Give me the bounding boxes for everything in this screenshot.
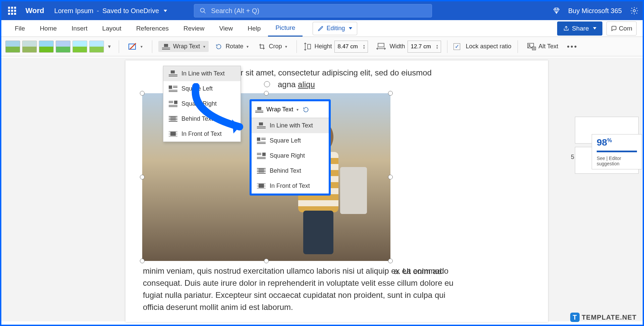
more-commands[interactable]: ••• xyxy=(567,42,578,51)
svg-point-2 xyxy=(633,10,636,12)
search-icon xyxy=(200,7,206,14)
floating-toolbar: Wrap Text ▾ xyxy=(252,101,329,118)
chevron-down-icon: ▾ xyxy=(285,44,287,49)
dropdown-item-front[interactable]: In Front of Text xyxy=(252,178,329,194)
resize-handle[interactable] xyxy=(388,259,393,263)
front-text-icon xyxy=(169,131,177,138)
height-input[interactable]: 8.47 cm ▴▾ xyxy=(334,41,368,53)
share-icon xyxy=(563,25,569,32)
wrap-text-button[interactable]: Wrap Text ▾ xyxy=(158,41,209,52)
tab-review[interactable]: Review xyxy=(176,20,212,37)
editing-mode-button[interactable]: Editing xyxy=(313,22,357,35)
tab-references[interactable]: References xyxy=(129,20,176,37)
style-thumb[interactable] xyxy=(56,41,70,53)
editor-suggestion-text: See | Editor suggestion xyxy=(597,156,637,166)
comment-icon xyxy=(611,25,617,32)
tab-insert[interactable]: Insert xyxy=(64,20,95,37)
style-thumb[interactable] xyxy=(39,41,54,53)
search-input[interactable]: Search (Alt + Q) xyxy=(194,4,432,17)
dropdown-item-square-right[interactable]: Square Right xyxy=(252,148,329,163)
wrap-text-button-float[interactable]: Wrap Text ▾ xyxy=(255,106,299,113)
spinner-icon[interactable]: ▴▾ xyxy=(363,44,365,49)
svg-rect-38 xyxy=(259,122,263,125)
svg-rect-4 xyxy=(164,44,168,47)
resize-handle[interactable] xyxy=(264,91,269,96)
dropdown-item-square-left[interactable]: Square Left xyxy=(163,81,240,96)
share-button[interactable]: Share xyxy=(557,21,602,36)
dropdown-item-behind[interactable]: Behind Text xyxy=(252,163,329,178)
wrap-text-callout: Wrap Text ▾ In Line with Text Square Lef… xyxy=(250,99,331,196)
alt-text-icon xyxy=(527,43,536,50)
chevron-down-icon xyxy=(349,27,352,30)
body-text: minim veniam, quis nostrud exercitation … xyxy=(143,265,458,313)
buy-link[interactable]: Buy Microsoft 365 xyxy=(568,7,622,15)
width-value: 12.7 cm xyxy=(411,43,431,50)
rotate-button[interactable]: Rotate ▾ xyxy=(211,41,252,52)
height-icon xyxy=(303,42,312,52)
svg-rect-7 xyxy=(308,44,311,49)
style-thumb[interactable] xyxy=(22,41,37,53)
rotate-handle[interactable] xyxy=(264,81,270,87)
resize-handle[interactable] xyxy=(388,91,393,96)
square-right-icon xyxy=(169,101,177,107)
tab-layout[interactable]: Layout xyxy=(95,20,129,37)
rotate-icon[interactable] xyxy=(302,106,310,113)
style-thumb[interactable] xyxy=(72,41,87,53)
dropdown-item-square-right[interactable]: Square Right xyxy=(163,96,240,111)
style-thumb[interactable] xyxy=(5,41,20,53)
front-text-icon xyxy=(257,183,266,189)
tab-home[interactable]: Home xyxy=(33,20,64,37)
height-label: Height xyxy=(314,43,332,50)
chevron-down-icon xyxy=(164,10,167,12)
app-launcher-icon[interactable] xyxy=(5,4,19,17)
document-title[interactable]: Lorem Ipsum - Saved to OneDrive xyxy=(54,7,167,15)
comments-button[interactable]: Com xyxy=(606,21,637,36)
wrap-text-label: Wrap Text xyxy=(266,106,293,113)
dropdown-item-front[interactable]: In Front of Text xyxy=(163,126,240,142)
wrap-text-dropdown-2: In Line with Text Square Left Square Rig… xyxy=(252,118,329,194)
spinner-icon[interactable]: ▴▾ xyxy=(436,44,438,49)
inline-icon xyxy=(169,70,177,77)
editing-label: Editing xyxy=(326,25,345,32)
lock-aspect-checkbox[interactable]: ✓ xyxy=(453,43,460,50)
svg-rect-11 xyxy=(532,47,536,50)
dropdown-item-behind[interactable]: Behind Text xyxy=(163,111,240,126)
resize-handle[interactable] xyxy=(264,259,269,263)
rotate-label: Rotate xyxy=(225,43,243,50)
width-input[interactable]: 12.7 cm ▴▾ xyxy=(408,41,441,53)
app-name: Word xyxy=(25,6,44,15)
width-icon xyxy=(375,43,387,51)
tab-file[interactable]: File xyxy=(7,20,33,37)
style-thumb[interactable] xyxy=(89,41,104,53)
resize-handle[interactable] xyxy=(140,175,145,179)
width-label: Width xyxy=(389,43,405,50)
svg-rect-35 xyxy=(257,107,261,110)
search-placeholder: Search (Alt + Q) xyxy=(211,7,259,15)
picture-border-button[interactable]: ▾ xyxy=(125,41,146,52)
square-left-icon xyxy=(169,86,177,92)
tab-view[interactable]: View xyxy=(212,20,240,37)
resize-handle[interactable] xyxy=(140,259,145,263)
picture-styles[interactable]: ▾ xyxy=(5,41,113,53)
alt-text-button[interactable]: Alt Text xyxy=(524,41,562,52)
styles-more[interactable]: ▾ xyxy=(106,43,113,50)
svg-rect-20 xyxy=(174,101,177,104)
side-panel: 98% See | Editor suggestion xyxy=(575,117,639,177)
behind-text-icon xyxy=(257,168,266,174)
ribbon-tabs: File Home Insert Layout References Revie… xyxy=(1,20,643,37)
tab-picture[interactable]: Picture xyxy=(268,20,303,37)
lock-aspect-label: Lock aspect ratio xyxy=(466,43,511,50)
crop-button[interactable]: Crop ▾ xyxy=(255,41,290,52)
dropdown-item-inline[interactable]: In Line with Text xyxy=(163,66,240,81)
dropdown-item-inline[interactable]: In Line with Text xyxy=(252,118,329,133)
svg-rect-12 xyxy=(171,70,175,73)
tab-help[interactable]: Help xyxy=(240,20,268,37)
resize-handle[interactable] xyxy=(388,175,393,179)
editor-score[interactable]: 98% See | Editor suggestion xyxy=(592,134,642,169)
crop-label: Crop xyxy=(269,43,282,50)
separator: - xyxy=(97,7,99,15)
dropdown-item-square-left[interactable]: Square Left xyxy=(252,133,329,148)
chevron-down-icon: ▾ xyxy=(297,107,299,112)
settings-icon[interactable] xyxy=(630,6,639,15)
resize-handle[interactable] xyxy=(140,91,145,96)
